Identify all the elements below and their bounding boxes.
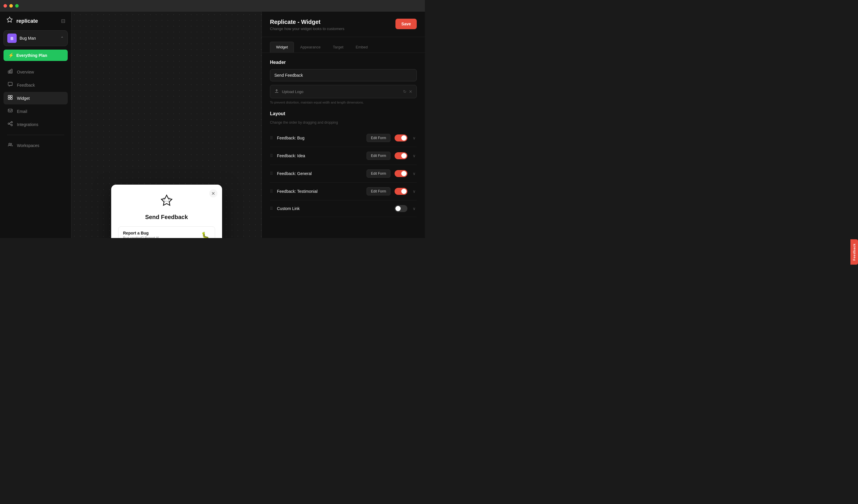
edit-form-testimonial-button[interactable]: Edit Form [367, 187, 391, 195]
logo-text: replicate [16, 18, 38, 24]
sidebar-item-widget-label: Widget [17, 96, 30, 101]
sidebar-item-feedback-label: Feedback [17, 83, 35, 87]
chevron-bug[interactable]: ∨ [412, 134, 417, 142]
layout-section-label: Layout [270, 111, 417, 116]
feedback-option-bug[interactable]: Report a Bug Bug spotted? Report it! 🐛 [118, 226, 215, 238]
svg-rect-5 [8, 82, 12, 85]
chevron-custom-link[interactable]: ∨ [412, 205, 417, 212]
toggle-thumb-general [401, 171, 407, 176]
toggle-idea[interactable] [395, 152, 408, 159]
plan-badge[interactable]: ⚡ Everything Plan [3, 50, 68, 61]
layout-item-idea: ⠿ Feedback: Idea Edit Form ∨ [270, 147, 417, 165]
workspace-avatar: B [7, 34, 17, 43]
sidebar-item-workspaces[interactable]: Workspaces [3, 139, 68, 152]
sidebar-item-feedback[interactable]: Feedback [3, 79, 68, 91]
svg-point-16 [9, 143, 11, 145]
sidebar-item-overview[interactable]: Overview [3, 66, 68, 78]
plan-icon: ⚡ [8, 52, 14, 58]
feedback-icon [7, 82, 13, 88]
sidebar-item-integrations-label: Integrations [17, 122, 38, 127]
chevron-general[interactable]: ∨ [412, 170, 417, 177]
layout-section-header: Layout [270, 111, 417, 116]
workspace-selector[interactable]: B Bug Man ⌃ [3, 30, 68, 46]
layout-item-custom-link: ⠿ Custom Link ∨ [270, 200, 417, 217]
titlebar [0, 0, 425, 12]
save-button[interactable]: Save [395, 19, 417, 29]
upload-icon [274, 89, 279, 95]
sidebar-header: replicate ⊟ [0, 12, 71, 30]
drag-handle-general[interactable]: ⠿ [270, 171, 273, 176]
tab-appearance[interactable]: Appearance [294, 42, 327, 52]
svg-rect-9 [11, 98, 12, 99]
drag-handle-testimonial[interactable]: ⠿ [270, 189, 273, 194]
sidebar-item-widget[interactable]: Widget [3, 92, 68, 104]
workspace-name: Bug Man [19, 36, 58, 40]
sidebar-divider [7, 135, 64, 135]
sidebar: replicate ⊟ B Bug Man ⌃ ⚡ Everything Pla… [0, 12, 72, 238]
sidebar-item-integrations[interactable]: Integrations [3, 118, 68, 131]
drag-handle-idea[interactable]: ⠿ [270, 153, 273, 158]
chevron-idea[interactable]: ∨ [412, 152, 417, 159]
feedback-options-list: Report a Bug Bug spotted? Report it! 🐛 S… [118, 226, 215, 238]
layout-item-testimonial-name: Feedback: Testimonial [277, 189, 363, 194]
modal-close-button[interactable]: ✕ [209, 189, 218, 197]
layout-item-idea-name: Feedback: Idea [277, 153, 363, 158]
edit-form-idea-button[interactable]: Edit Form [367, 152, 391, 160]
right-panel-header: Replicate - Widget Change how your widge… [262, 12, 425, 37]
sidebar-item-overview-label: Overview [17, 70, 34, 75]
svg-text:B: B [11, 36, 13, 41]
email-icon [7, 108, 13, 115]
bug-option-title: Report a Bug [123, 231, 159, 235]
svg-rect-8 [8, 98, 10, 99]
drag-handle-custom-link[interactable]: ⠿ [270, 206, 273, 211]
tab-widget[interactable]: Widget [270, 42, 294, 52]
toggle-custom-link[interactable] [395, 205, 408, 212]
bug-icon: 🐛 [201, 232, 210, 238]
toggle-general[interactable] [395, 170, 408, 177]
sidebar-item-workspaces-label: Workspaces [17, 143, 39, 148]
svg-rect-10 [8, 109, 12, 112]
toggle-bug[interactable] [395, 134, 408, 142]
workspace-chevron-icon: ⌃ [60, 36, 64, 40]
svg-point-13 [11, 125, 13, 126]
layout-section-subtitle: Change the order by dragging and droppin… [270, 120, 417, 125]
layout-item-bug-name: Feedback: Bug [277, 136, 363, 140]
toggle-thumb-custom-link [395, 206, 401, 211]
close-dot[interactable] [3, 4, 7, 7]
upload-clear-icon[interactable]: ✕ [409, 89, 412, 94]
minimize-dot[interactable] [9, 4, 13, 7]
upload-refresh-icon[interactable]: ↻ [403, 89, 407, 94]
layout-item-general: ⠿ Feedback: General Edit Form ∨ [270, 165, 417, 183]
svg-line-15 [10, 124, 11, 125]
edit-form-general-button[interactable]: Edit Form [367, 169, 391, 178]
svg-rect-6 [8, 95, 10, 97]
sidebar-item-email[interactable]: Email [3, 105, 68, 117]
header-title-input[interactable] [270, 69, 417, 81]
layout-item-testimonial: ⠿ Feedback: Testimonial Edit Form ∨ [270, 183, 417, 200]
right-panel-title: Replicate - Widget [270, 19, 344, 26]
bug-option-subtitle: Bug spotted? Report it! [123, 236, 159, 238]
widget-modal: ✕ Send Feedback Report a Bug Bug spotted… [111, 185, 222, 238]
toggle-thumb-testimonial [401, 189, 407, 194]
sidebar-toggle-icon[interactable]: ⊟ [61, 18, 65, 24]
upload-logo-area[interactable]: Upload Logo ↻ ✕ [270, 85, 417, 98]
tab-target[interactable]: Target [327, 42, 350, 52]
right-panel: Replicate - Widget Change how your widge… [261, 12, 425, 238]
toggle-testimonial[interactable] [395, 188, 408, 195]
svg-line-14 [10, 123, 11, 124]
maximize-dot[interactable] [15, 4, 19, 7]
chevron-testimonial[interactable]: ∨ [412, 188, 417, 195]
drag-handle-bug[interactable]: ⠿ [270, 136, 273, 140]
svg-point-12 [11, 121, 13, 123]
svg-rect-4 [11, 69, 12, 73]
widget-icon [7, 95, 13, 101]
tab-embed[interactable]: Embed [350, 42, 374, 52]
upload-hint: To prevent distortion, maintain equal wi… [270, 101, 417, 104]
toggle-thumb-bug [401, 135, 407, 141]
tab-bar: Widget Appearance Target Embed [262, 37, 425, 53]
toggle-thumb-idea [401, 153, 407, 158]
svg-rect-7 [11, 95, 12, 97]
modal-title: Send Feedback [118, 214, 215, 221]
edit-form-bug-button[interactable]: Edit Form [367, 134, 391, 142]
right-panel-body: Header Upload Logo ↻ ✕ To [262, 53, 425, 238]
